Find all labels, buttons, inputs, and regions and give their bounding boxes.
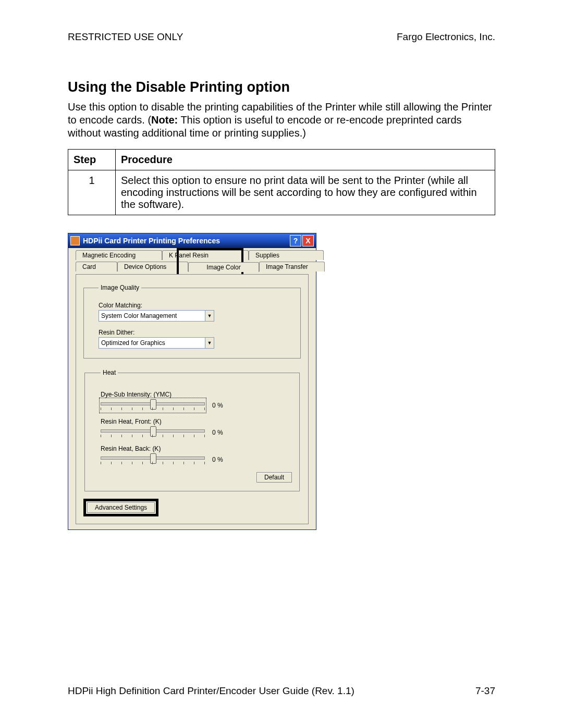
slider-resin-back-track[interactable] [101, 453, 205, 466]
intro-note-label: Note: [151, 114, 178, 126]
combo-color-matching-value: System Color Management [99, 312, 205, 319]
tab-panel: Image Quality Color Matching: System Col… [76, 274, 309, 524]
tab-supplies[interactable]: Supplies [249, 250, 324, 260]
tab-row-1: Magnetic Encoding K Panel Resin Supplies [76, 250, 324, 260]
procedure-table: Step Procedure 1 Select this option to e… [68, 149, 495, 215]
dialog-titlebar[interactable]: HDPii Card Printer Printing Preferences … [68, 233, 316, 248]
label-resin-front: Resin Heat, Front: (K) [101, 418, 292, 425]
legend-heat: Heat [101, 369, 118, 376]
advanced-settings-button[interactable]: Advanced Settings [87, 502, 155, 513]
header-left: RESTRICTED USE ONLY [68, 31, 183, 43]
label-resin-dither: Resin Dither: [99, 329, 293, 336]
step-number: 1 [68, 170, 116, 215]
label-color-matching: Color Matching: [99, 302, 293, 309]
slider-resin-back: Resin Heat, Back: (K) 0 % [101, 445, 292, 466]
tab-row-2: Card Device Options Image Color Image Tr… [76, 262, 325, 272]
slider-resin-front-track[interactable] [101, 426, 205, 439]
page-header: RESTRICTED USE ONLY Fargo Electronics, I… [68, 31, 495, 43]
value-resin-front: 0 % [212, 429, 233, 436]
footer-right: 7-37 [475, 685, 495, 697]
chevron-down-icon: ▼ [205, 338, 214, 348]
tab-image-transfer[interactable]: Image Transfer [259, 262, 325, 272]
tab-device-options[interactable]: Device Options [117, 262, 188, 272]
label-dye-sub: Dye-Sub Intensity: (YMC) [101, 391, 292, 398]
header-right: Fargo Electronics, Inc. [397, 31, 495, 43]
label-resin-back: Resin Heat, Back: (K) [101, 445, 292, 452]
slider-resin-front: Resin Heat, Front: (K) 0 % [101, 418, 292, 439]
highlight-advanced-settings: Advanced Settings [83, 499, 158, 516]
dialog-body: Magnetic Encoding K Panel Resin Supplies… [68, 248, 316, 529]
group-heat: Heat Dye-Sub Intensity: (YMC) 0 % [84, 369, 300, 491]
page: RESTRICTED USE ONLY Fargo Electronics, I… [0, 0, 563, 728]
close-button[interactable]: X [302, 235, 314, 246]
tab-image-color[interactable]: Image Color [188, 262, 259, 272]
col-step: Step [68, 150, 116, 170]
chevron-down-icon: ▼ [205, 311, 214, 321]
tab-card[interactable]: Card [76, 262, 117, 272]
combo-resin-dither[interactable]: Optimized for Graphics ▼ [99, 337, 214, 349]
app-icon [70, 236, 80, 245]
slider-dye-sub: Dye-Sub Intensity: (YMC) 0 % [101, 391, 292, 412]
intro-paragraph: Use this option to disable the printing … [68, 101, 495, 140]
combo-resin-dither-value: Optimized for Graphics [99, 339, 205, 347]
footer-left: HDPii High Definition Card Printer/Encod… [68, 685, 354, 697]
table-header-row: Step Procedure [68, 150, 495, 170]
legend-image-quality: Image Quality [99, 284, 141, 291]
page-title: Using the Disable Printing option [68, 79, 495, 95]
page-footer: HDPii High Definition Card Printer/Encod… [68, 685, 495, 697]
preferences-dialog: HDPii Card Printer Printing Preferences … [68, 233, 316, 530]
combo-color-matching[interactable]: System Color Management ▼ [99, 310, 214, 322]
tab-magnetic-encoding[interactable]: Magnetic Encoding [76, 250, 162, 260]
value-resin-back: 0 % [212, 456, 233, 463]
table-row: 1 Select this option to ensure no print … [68, 170, 495, 215]
group-image-quality: Image Quality Color Matching: System Col… [83, 284, 301, 359]
col-procedure: Procedure [116, 150, 495, 170]
step-text: Select this option to ensure no print da… [116, 170, 495, 215]
tab-k-panel-resin[interactable]: K Panel Resin [162, 250, 249, 260]
default-button[interactable]: Default [256, 472, 292, 483]
value-dye-sub: 0 % [212, 402, 233, 409]
help-button[interactable]: ? [290, 235, 301, 246]
slider-dye-sub-track[interactable] [101, 399, 205, 412]
dialog-title: HDPii Card Printer Printing Preferences [83, 237, 220, 245]
